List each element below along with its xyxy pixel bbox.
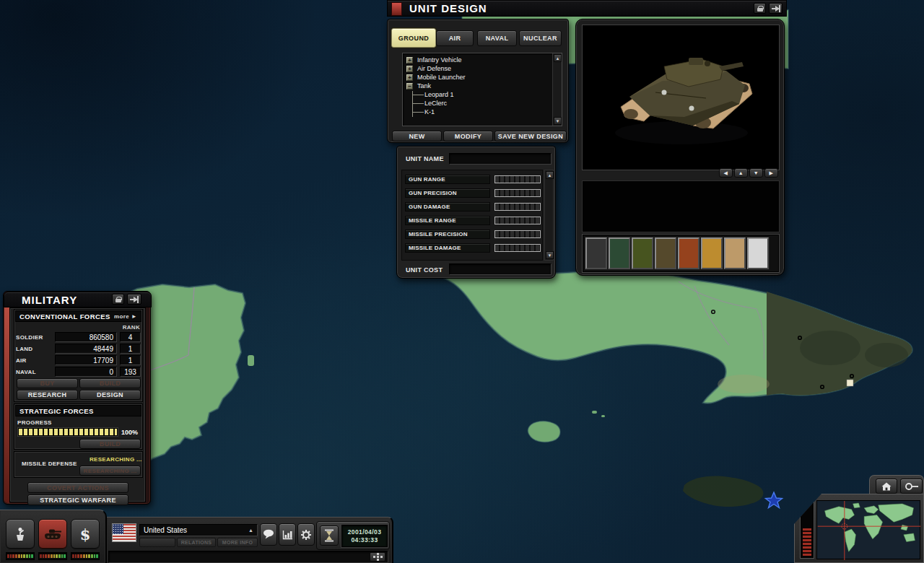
new-button[interactable]: NEW: [392, 131, 442, 141]
sliders-scrollbar[interactable]: ▲ ▼: [544, 170, 554, 261]
settings-button[interactable]: [297, 523, 315, 546]
lock-icon: [757, 6, 763, 12]
city-highlight: [847, 380, 853, 386]
gun-precision-slider[interactable]: [494, 189, 541, 197]
progress-fill: [19, 429, 117, 435]
rotate-up-button[interactable]: ▲: [734, 168, 748, 178]
tree-item[interactable]: + Infantry Vehicle: [404, 56, 551, 64]
tree-item[interactable]: + Mobile Launcher: [404, 73, 551, 82]
tree-item[interactable]: Leopard 1: [404, 90, 551, 99]
covert-actions-button[interactable]: COVERT ACTIONS: [27, 482, 128, 493]
chat-button[interactable]: [260, 523, 277, 546]
rotate-left-button[interactable]: ◀: [719, 168, 733, 178]
build-button[interactable]: BUILD: [79, 378, 141, 388]
home-view-button[interactable]: [876, 479, 897, 494]
relations-button[interactable]: RELATIONS: [177, 538, 216, 547]
rotate-right-button[interactable]: ▶: [764, 168, 778, 178]
scroll-up-icon[interactable]: ▲: [546, 171, 554, 179]
politics-button[interactable]: [6, 519, 35, 549]
close-window-button[interactable]: [127, 294, 141, 305]
missile-damage-slider[interactable]: [494, 244, 541, 252]
camo-swatch[interactable]: [701, 237, 723, 269]
camo-swatch[interactable]: [609, 237, 630, 269]
tab-ground[interactable]: GROUND: [391, 28, 436, 48]
camo-swatch[interactable]: [678, 237, 699, 269]
event-star-marker: [766, 492, 783, 508]
force-rank: 1: [120, 344, 141, 354]
design-button[interactable]: DESIGN: [79, 390, 141, 400]
military-button[interactable]: [38, 519, 67, 549]
tab-air[interactable]: AIR: [436, 30, 474, 46]
gun-damage-slider[interactable]: [494, 203, 541, 211]
tree-item[interactable]: + Air Defense: [404, 64, 551, 73]
tree-item-label: Leopard 1: [424, 91, 454, 98]
minimap-world[interactable]: [816, 500, 920, 559]
tab-naval[interactable]: NAVAL: [477, 30, 517, 46]
slider-label: GUN PRECISION: [405, 188, 490, 198]
expand-icon[interactable]: +: [406, 57, 413, 64]
slider-label: MISSILE DAMAGE: [405, 243, 490, 253]
exit-arrow-icon: [772, 5, 780, 12]
strategic-forces-header: STRATEGIC FORCES: [15, 405, 141, 416]
save-new-design-button[interactable]: SAVE NEW DESIGN: [494, 131, 567, 141]
modify-button[interactable]: MODIFY: [443, 131, 493, 141]
country-action-button[interactable]: [139, 538, 175, 547]
tree-item-label: Tank: [417, 82, 431, 90]
scroll-down-icon[interactable]: ▼: [554, 117, 562, 125]
tree-scrollbar[interactable]: ▲ ▼: [552, 53, 562, 126]
tree-item-label: Mobile Launcher: [417, 74, 466, 81]
economy-button[interactable]: $: [71, 519, 100, 549]
tree-item[interactable]: K-1: [404, 108, 551, 116]
camo-color-palette: [583, 235, 779, 272]
pin-button[interactable]: [754, 3, 766, 14]
unit-cost-field[interactable]: [449, 263, 552, 275]
dollar-icon: $: [80, 525, 91, 544]
slider-label: MISSILE PRECISION: [405, 230, 490, 239]
missile-defense-label: MISSILE DEFENSE: [22, 461, 77, 467]
pin-button[interactable]: [112, 294, 124, 305]
statistics-button[interactable]: [279, 523, 296, 546]
camo-swatch[interactable]: [585, 237, 607, 269]
country-selector[interactable]: United States ▲: [139, 524, 258, 536]
more-link[interactable]: more ►: [114, 313, 137, 320]
tab-nuclear[interactable]: NUCLEAR: [519, 30, 562, 46]
camo-swatch[interactable]: [655, 237, 676, 269]
strategic-build-button[interactable]: BUILD: [79, 439, 141, 449]
buy-button[interactable]: BUY: [17, 378, 78, 388]
time-control-group: 2001/04/03 04:33:33: [316, 521, 390, 550]
expand-button[interactable]: [370, 552, 385, 562]
close-window-button[interactable]: [769, 3, 783, 14]
rotate-down-button[interactable]: ▼: [749, 168, 763, 178]
expand-icon[interactable]: +: [406, 74, 413, 81]
missile-precision-slider[interactable]: [494, 230, 541, 238]
unit-design-title: UNIT DESIGN: [409, 2, 487, 14]
scroll-up-icon[interactable]: ▲: [554, 54, 562, 62]
research-button[interactable]: RESEARCH: [17, 390, 78, 400]
collapse-icon[interactable]: −: [406, 83, 413, 90]
gun-range-slider[interactable]: [494, 175, 541, 183]
camo-swatch[interactable]: [747, 237, 769, 269]
time-speed-button[interactable]: [320, 525, 339, 546]
unit-design-titlebar[interactable]: UNIT DESIGN: [387, 0, 787, 17]
tree-item[interactable]: LeClerc: [404, 99, 551, 108]
zoom-level-gauge[interactable]: [801, 502, 814, 558]
exit-arrow-icon: [130, 296, 139, 303]
tree-item[interactable]: − Tank: [404, 82, 551, 90]
force-label: NAVAL: [16, 369, 36, 375]
expand-icon[interactable]: +: [406, 66, 413, 72]
scroll-down-icon[interactable]: ▼: [546, 251, 554, 259]
unit-name-input[interactable]: [449, 153, 552, 165]
progress-label: PROGRESS: [17, 419, 52, 426]
camo-swatch[interactable]: [724, 237, 746, 269]
strategic-warfare-button[interactable]: STRATEGIC WARFARE: [27, 494, 128, 505]
missile-range-slider[interactable]: [494, 217, 541, 224]
message-bar[interactable]: [108, 551, 388, 563]
country-name: United States: [144, 526, 187, 534]
unit-3d-preview[interactable]: [583, 25, 779, 170]
more-info-button[interactable]: MORE INFO: [217, 538, 258, 547]
unit-category-tree[interactable]: + Infantry Vehicle + Air Defense + Mobil…: [402, 53, 562, 126]
tree-item-label: Infantry Vehicle: [417, 56, 462, 64]
zoom-control-button[interactable]: [900, 479, 923, 494]
researching-button[interactable]: RESEARCHING ...: [79, 466, 141, 476]
camo-swatch[interactable]: [632, 237, 653, 269]
